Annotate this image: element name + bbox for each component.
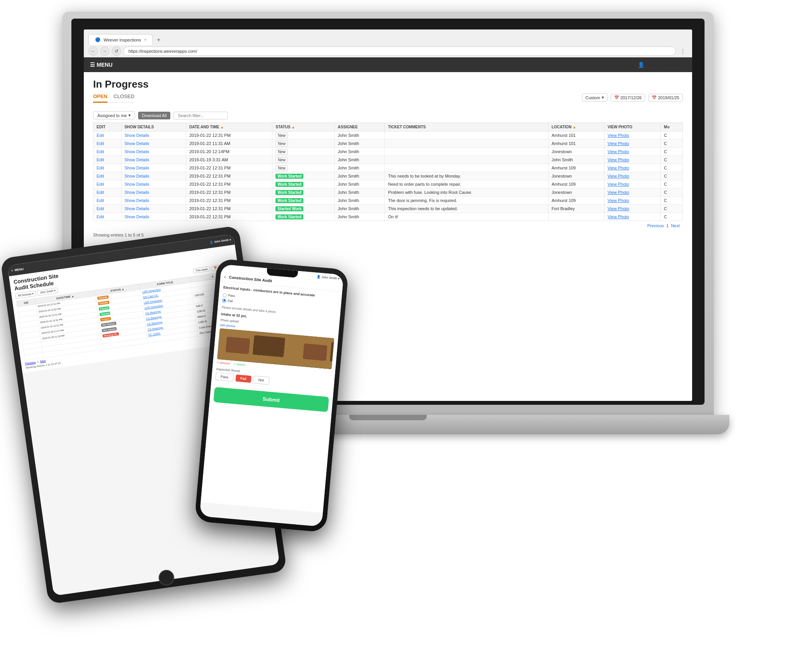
phone-remove-btn[interactable]: × remove: [217, 361, 230, 365]
cell-status: Work Started: [272, 213, 334, 221]
tablet-menu-label: MENU: [14, 267, 24, 272]
cell-comment: Need to order parts to complete repair.: [385, 180, 548, 188]
tab-close-btn[interactable]: ×: [144, 38, 146, 42]
cell-photo[interactable]: View Photo: [604, 164, 661, 172]
reload-btn[interactable]: ↺: [112, 47, 121, 56]
phone-back-icon[interactable]: ‹: [224, 275, 226, 279]
browser-menu-btn[interactable]: ⋮: [678, 47, 687, 56]
cell-photo[interactable]: View Photo: [604, 156, 661, 164]
phone-na-btn[interactable]: N/A: [253, 375, 270, 384]
address-bar[interactable]: https://inspections.weeverapps.com/: [123, 47, 676, 56]
phone-pass-btn[interactable]: Pass: [215, 372, 234, 382]
cell-assignee: John Smith: [334, 156, 385, 164]
cell-assignee: John Smith: [334, 188, 385, 197]
table-row: Edit Show Details 2019-01-22 12:31 PM Wo…: [93, 188, 683, 197]
cell-edit[interactable]: Edit: [93, 156, 121, 164]
cell-status: New: [272, 164, 334, 172]
next-btn[interactable]: Next: [671, 223, 680, 228]
cell-details[interactable]: Show Details: [121, 172, 186, 180]
cell-details[interactable]: Show Details: [121, 188, 186, 197]
cell-details[interactable]: Show Details: [121, 164, 186, 172]
cell-details[interactable]: Show Details: [121, 205, 186, 213]
cell-details[interactable]: Show Details: [121, 213, 186, 221]
download-all-btn[interactable]: Download All: [138, 112, 171, 119]
cell-edit[interactable]: Edit: [93, 180, 121, 188]
cell-location: Jonestown: [548, 148, 604, 156]
assigned-dropdown-icon: ▾: [128, 113, 131, 118]
cell-edit[interactable]: Edit: [93, 148, 121, 156]
cell-misc: C: [661, 180, 683, 188]
phone-photo-area: Photo upload add photos: [217, 318, 335, 374]
cell-edit[interactable]: Edit: [93, 140, 121, 148]
phone-radio-btn-pass[interactable]: [223, 293, 227, 297]
assigned-filter[interactable]: Assigned to me ▾: [93, 111, 135, 119]
cell-edit[interactable]: Edit: [93, 197, 121, 205]
cell-location: Fort Bradley: [548, 205, 604, 213]
cell-photo[interactable]: View Photo: [604, 140, 661, 148]
user-icon: 👤: [638, 62, 644, 68]
phone-fail-btn[interactable]: Fail: [235, 374, 251, 382]
cell-edit[interactable]: Edit: [93, 131, 121, 140]
cell-details[interactable]: Show Details: [121, 140, 186, 148]
browser-tab-active[interactable]: 🔵 Weever Inspections ×: [88, 34, 153, 45]
phone-body: 👤 John Smith ▾ ‹ Construction Site Audit…: [194, 258, 349, 532]
cell-photo[interactable]: View Photo: [604, 172, 661, 180]
cell-photo[interactable]: View Photo: [604, 188, 661, 197]
cell-photo[interactable]: View Photo: [604, 197, 661, 205]
date-to[interactable]: 📅 2019/01/25: [648, 94, 683, 102]
table-row: Edit Show Details 2019-01-22 11:31 AM Ne…: [93, 140, 683, 148]
data-table: EDIT SHOW DETAILS DATE AND TIME ▲ STATUS…: [93, 123, 683, 221]
cell-photo[interactable]: View Photo: [604, 148, 661, 156]
cell-status: Work Started: [272, 197, 334, 205]
cell-status: New: [272, 140, 334, 148]
phone-submit-btn[interactable]: Submit: [213, 387, 329, 412]
status-badge: Work Started: [275, 182, 303, 187]
cell-details[interactable]: Show Details: [121, 148, 186, 156]
previous-btn[interactable]: Previous: [647, 223, 664, 228]
cell-photo[interactable]: View Photo: [604, 213, 661, 221]
cell-edit[interactable]: Edit: [93, 164, 121, 172]
cell-misc: C: [661, 156, 683, 164]
cell-edit[interactable]: Edit: [93, 188, 121, 197]
cell-photo[interactable]: View Photo: [604, 180, 661, 188]
phone-screen: 👤 John Smith ▾ ‹ Construction Site Audit…: [199, 264, 344, 527]
cell-details[interactable]: Show Details: [121, 197, 186, 205]
tab-open[interactable]: OPEN: [93, 93, 107, 103]
phone-app-title: Construction Site Audit: [229, 275, 272, 283]
status-badge: New: [275, 157, 288, 163]
tab-favicon: 🔵: [95, 37, 100, 42]
cell-details[interactable]: Show Details: [121, 180, 186, 188]
phone-radio-btn-fail[interactable]: [222, 299, 226, 303]
forward-btn[interactable]: →: [100, 47, 109, 56]
cell-details[interactable]: Show Details: [121, 156, 186, 164]
cell-edit[interactable]: Edit: [93, 213, 121, 221]
back-btn[interactable]: ←: [88, 47, 98, 56]
cell-details[interactable]: Show Details: [121, 131, 186, 140]
table-row: Edit Show Details 2019-01-22 12:31 PM Wo…: [93, 213, 683, 221]
new-tab-btn[interactable]: +: [154, 35, 163, 45]
col-photo: VIEW PHOTO: [604, 123, 661, 131]
date-from[interactable]: 📅 2017/12/26: [611, 94, 645, 102]
cell-edit[interactable]: Edit: [93, 205, 121, 213]
cell-photo[interactable]: View Photo: [604, 131, 661, 140]
table-row: Edit Show Details 2019-01-22 12:31 PM Ne…: [93, 131, 683, 140]
tablet-next-btn[interactable]: Next: [40, 359, 46, 363]
phone-content: Electrical inputs - conductors are in pl…: [201, 281, 342, 513]
tablet-person-btn[interactable]: John Smith ▾: [37, 287, 58, 295]
cell-edit[interactable]: Edit: [93, 172, 121, 180]
cell-status: Work Started: [272, 188, 334, 197]
search-input[interactable]: [173, 112, 228, 119]
svg-rect-1: [222, 334, 242, 349]
phone-add-photos-btn[interactable]: add photos: [220, 323, 235, 328]
custom-filter[interactable]: Custom ▾: [582, 93, 608, 102]
cell-photo[interactable]: View Photo: [604, 205, 661, 213]
cell-assignee: John Smith: [334, 180, 385, 188]
tablet-all-btn[interactable]: All Dresses ▾: [15, 290, 36, 299]
tablet-prev-btn[interactable]: Previous: [25, 361, 36, 365]
status-badge: New: [275, 149, 288, 155]
tablet-week-btn[interactable]: This week: [193, 266, 210, 274]
phone-sketch-btn[interactable]: + sketch: [234, 362, 246, 367]
tab-closed[interactable]: CLOSED: [114, 93, 134, 102]
calendar-icon-to: 📅: [652, 95, 656, 100]
table-row: Edit Show Details 2019-01-22 12:31 PM Ne…: [93, 164, 683, 172]
